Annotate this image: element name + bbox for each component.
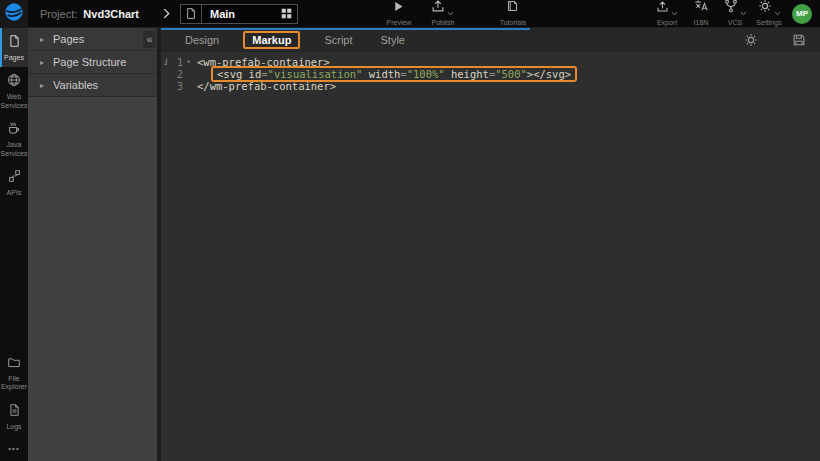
export-icon bbox=[656, 0, 669, 17]
project-title: Project: Nvd3Chart bbox=[40, 8, 139, 20]
panel-section-label: Page Structure bbox=[53, 56, 126, 68]
code-editor[interactable]: i 1 ▾ <wm-prefab-container> 2 <svg id="v… bbox=[161, 52, 820, 461]
topbar: Project: Nvd3Chart Main Preview bbox=[0, 0, 820, 28]
chevron-right-icon bbox=[163, 8, 170, 19]
project-label: Project: bbox=[40, 8, 77, 20]
wavemaker-logo[interactable] bbox=[0, 0, 28, 28]
more-options-icon[interactable]: ••• bbox=[0, 436, 28, 461]
publish-button[interactable]: Publish bbox=[426, 1, 460, 26]
i18n-button[interactable]: I18N bbox=[684, 1, 718, 26]
caret-right-icon: ▸ bbox=[40, 58, 44, 67]
page-tab-main[interactable]: Main bbox=[180, 4, 298, 24]
rail-label-pages: Pages bbox=[4, 54, 24, 62]
wavemaker-studio-window: Project: Nvd3Chart Main Preview bbox=[0, 0, 820, 461]
gutter: 3 bbox=[161, 80, 197, 92]
export-button[interactable]: Export bbox=[650, 1, 684, 26]
rail-item-pages[interactable]: Pages bbox=[0, 28, 28, 67]
code-line-2: 2 <svg id="visualisation" width="100%" h… bbox=[161, 68, 820, 80]
tutorials-label: Tutorials bbox=[500, 19, 527, 26]
panel-section-label: Pages bbox=[53, 33, 84, 45]
rail-item-web-services[interactable]: Web Services bbox=[0, 67, 28, 115]
topbar-center-actions: Preview Publish Tutorials bbox=[382, 1, 530, 26]
rail-label-logs: Logs bbox=[6, 423, 21, 431]
vcs-label: VCS bbox=[728, 19, 742, 26]
tab-design[interactable]: Design bbox=[181, 33, 223, 47]
export-label: Export bbox=[657, 19, 677, 26]
coffee-icon bbox=[7, 121, 21, 139]
user-avatar[interactable]: MP bbox=[792, 4, 812, 24]
book-icon bbox=[506, 0, 519, 17]
info-marker-icon: i bbox=[161, 56, 170, 68]
folder-icon bbox=[7, 355, 21, 373]
panel-section-variables[interactable]: ▸ Variables bbox=[28, 74, 157, 97]
left-icon-rail: Pages Web Services Java Services APIs Fi… bbox=[0, 28, 28, 461]
tab-style[interactable]: Style bbox=[377, 33, 409, 47]
publish-label: Publish bbox=[432, 19, 455, 26]
preview-button[interactable]: Preview bbox=[382, 1, 416, 26]
editor-settings-gear-icon[interactable] bbox=[744, 33, 758, 47]
play-icon bbox=[392, 0, 405, 17]
code-text: </wm-prefab-container> bbox=[197, 80, 336, 92]
wavemaker-logo-icon bbox=[4, 2, 24, 26]
grid-icon[interactable] bbox=[281, 8, 292, 19]
editor-tabbar: Design Markup Script Style bbox=[161, 28, 820, 52]
upload-icon bbox=[431, 0, 445, 17]
tutorials-button[interactable]: Tutorials bbox=[496, 1, 530, 26]
settings-label: Settings bbox=[756, 19, 781, 26]
rail-item-logs[interactable]: Logs bbox=[0, 397, 28, 436]
rail-label-web-services: Web Services bbox=[0, 93, 28, 110]
line-number: 3 bbox=[170, 80, 183, 92]
i18n-label: I18N bbox=[694, 19, 709, 26]
line-number: 1 bbox=[170, 56, 183, 68]
panel-section-page-structure[interactable]: ▸ Page Structure bbox=[28, 51, 157, 74]
api-nodes-icon bbox=[8, 169, 21, 187]
page-file-icon bbox=[181, 5, 202, 23]
settings-button[interactable]: Settings bbox=[752, 1, 786, 26]
rail-item-file-explorer[interactable]: File Explorer bbox=[0, 349, 28, 397]
line-number: 2 bbox=[170, 68, 183, 80]
panel-section-label: Variables bbox=[53, 79, 98, 91]
main-body: Pages Web Services Java Services APIs Fi… bbox=[0, 28, 820, 461]
gutter: i 1 ▾ bbox=[161, 56, 197, 68]
gutter: 2 bbox=[161, 68, 197, 80]
tab-script[interactable]: Script bbox=[320, 33, 356, 47]
accent-progress-line bbox=[161, 28, 530, 30]
save-icon[interactable] bbox=[792, 33, 806, 47]
tab-markup[interactable]: Markup bbox=[243, 31, 300, 49]
globe-icon bbox=[7, 73, 21, 91]
page-tab-label: Main bbox=[210, 8, 235, 20]
rail-label-file-explorer: File Explorer bbox=[0, 375, 28, 392]
preview-label: Preview bbox=[387, 19, 412, 26]
chevron-down-icon bbox=[447, 11, 454, 16]
rail-item-java-services[interactable]: Java Services bbox=[0, 115, 28, 163]
rail-label-apis: APIs bbox=[7, 189, 22, 197]
fold-marker-icon[interactable]: ▾ bbox=[183, 56, 194, 68]
panel-section-pages[interactable]: ▸ Pages bbox=[28, 28, 157, 51]
caret-right-icon: ▸ bbox=[40, 81, 44, 90]
topbar-right-actions: Export I18N VCS Settings MP bbox=[650, 1, 812, 26]
pages-icon bbox=[8, 34, 21, 52]
translate-icon bbox=[694, 0, 708, 17]
chevron-down-icon bbox=[671, 11, 678, 16]
pages-panel: ▸ Pages ▸ Page Structure ▸ Variables « bbox=[28, 28, 157, 461]
chevron-down-icon bbox=[740, 11, 747, 16]
vcs-button[interactable]: VCS bbox=[718, 1, 752, 26]
project-name: Nvd3Chart bbox=[83, 8, 139, 20]
log-document-icon bbox=[8, 403, 21, 421]
rail-spacer bbox=[0, 202, 28, 348]
markup-editor-pane: Design Markup Script Style i 1 ▾ <wm-pre… bbox=[161, 28, 820, 461]
code-text: <svg id="visualisation" width="100%" hei… bbox=[197, 68, 577, 80]
chevron-down-icon bbox=[774, 11, 781, 16]
collapse-panel-icon[interactable]: « bbox=[143, 31, 156, 48]
branch-icon bbox=[724, 0, 738, 17]
gear-icon bbox=[758, 0, 772, 17]
rail-label-java-services: Java Services bbox=[0, 141, 28, 158]
rail-item-apis[interactable]: APIs bbox=[0, 163, 28, 202]
caret-right-icon: ▸ bbox=[40, 35, 44, 44]
